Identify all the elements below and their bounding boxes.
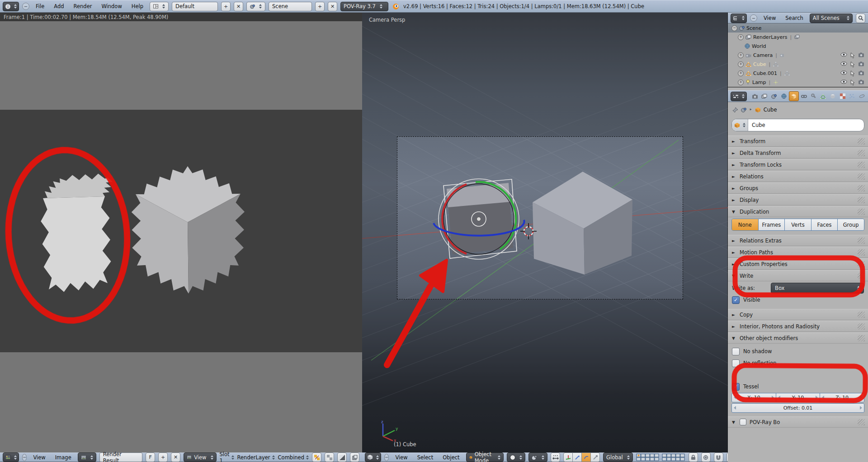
collapse-icon[interactable]: − — [731, 25, 737, 31]
outliner-item-scene[interactable]: − Scene — [728, 23, 868, 33]
viewport-shading-select[interactable] — [507, 453, 525, 462]
add-scene-button[interactable]: + — [315, 2, 325, 11]
panel-povray-bool[interactable]: ▼ POV-Ray Bo — [728, 416, 868, 428]
renderability-camera-icon[interactable] — [858, 79, 864, 84]
expand-icon[interactable]: + — [738, 79, 744, 85]
panel-copy[interactable]: ►Copy — [728, 309, 868, 320]
editor-type-button-3d-view[interactable] — [365, 453, 381, 462]
editor-type-button-image[interactable] — [3, 453, 19, 462]
collapse-menus-button[interactable]: − — [750, 14, 757, 22]
duplication-none-button[interactable]: None — [732, 219, 758, 230]
screen-layout-icon-button[interactable] — [150, 2, 169, 11]
duplication-frames-button[interactable]: Frames — [758, 219, 785, 230]
editor-type-button-outliner[interactable] — [731, 14, 747, 23]
fake-user-button[interactable]: F — [146, 453, 155, 462]
menu-object[interactable]: Object — [439, 454, 462, 461]
pin-icon[interactable] — [732, 107, 738, 113]
tessel-checkbox[interactable]: ✓ — [732, 383, 740, 391]
panel-write[interactable]: ▼Write — [728, 270, 868, 281]
render-layer-select[interactable]: RenderLayer — [237, 454, 275, 461]
menu-window[interactable]: Window — [98, 3, 125, 9]
lock-to-scene-button[interactable] — [689, 453, 698, 462]
menu-render[interactable]: Render — [71, 3, 95, 9]
editor-type-button-properties[interactable] — [731, 92, 747, 101]
selectability-cursor-icon[interactable] — [850, 79, 855, 85]
object-name-field[interactable]: Cube — [731, 119, 864, 131]
panel-display[interactable]: ►Display — [728, 194, 868, 205]
tab-object[interactable] — [789, 91, 798, 101]
panel-relations-extras[interactable]: ►Relations Extras — [728, 235, 868, 246]
tab-particles[interactable] — [848, 92, 856, 101]
expand-icon[interactable]: + — [738, 61, 744, 67]
no-shadow-checkbox[interactable] — [732, 348, 740, 355]
outliner-item-lamp[interactable]: + Lamp| — [728, 78, 868, 87]
menu-view[interactable]: View — [392, 454, 410, 461]
editor-type-button-info[interactable]: i — [3, 2, 19, 11]
panel-groups[interactable]: ►Groups — [728, 182, 868, 194]
cube-icon[interactable] — [755, 107, 761, 113]
tab-object-data[interactable] — [819, 92, 827, 101]
outliner-item-renderlayers[interactable]: + RenderLayers| — [728, 33, 868, 42]
scale-manipulator-button[interactable] — [591, 453, 600, 462]
outliner-item-cube[interactable]: + Cube| — [728, 60, 868, 69]
panel-motion-paths[interactable]: ►Motion Paths — [728, 247, 868, 258]
expand-icon[interactable]: + — [738, 52, 744, 58]
draw-channels-color-alpha-button[interactable] — [312, 453, 321, 462]
image-view-mode-select[interactable]: View — [184, 453, 216, 462]
rotate-manipulator-button[interactable] — [582, 453, 591, 462]
screen-layout-field[interactable]: Default — [172, 2, 218, 11]
panel-transform-locks[interactable]: ►Transform Locks — [728, 159, 868, 170]
tessel-z-field[interactable]: Z: 10 — [820, 393, 864, 402]
panel-interior-photons-radiosity[interactable]: ►Interior, Photons and Radiosity — [728, 321, 868, 332]
image-datablock-icon[interactable] — [78, 453, 96, 462]
delete-layout-button[interactable]: ✕ — [234, 2, 243, 11]
visibility-eye-icon[interactable] — [840, 79, 847, 84]
tab-scene[interactable] — [770, 92, 778, 101]
visible-checkbox[interactable]: ✓ — [732, 296, 740, 304]
copy-image-button[interactable] — [350, 453, 359, 462]
expand-icon[interactable]: + — [738, 70, 744, 76]
visibility-eye-icon[interactable] — [840, 61, 847, 66]
collapse-menus-button[interactable]: − — [22, 3, 29, 10]
panel-relations[interactable]: ►Relations — [728, 171, 868, 182]
renderability-camera-icon[interactable] — [858, 52, 864, 57]
delete-scene-button[interactable]: ✕ — [328, 2, 337, 11]
tessel-offset-field[interactable]: Offset: 0.01 — [732, 404, 864, 412]
selectability-cursor-icon[interactable] — [850, 52, 855, 58]
visibility-eye-icon[interactable] — [840, 52, 847, 57]
collapse-menus-button[interactable]: − — [384, 454, 389, 461]
no-reflection-checkbox[interactable] — [732, 359, 740, 367]
renderability-camera-icon[interactable] — [858, 61, 864, 66]
selectability-cursor-icon[interactable] — [850, 61, 855, 67]
visibility-eye-icon[interactable] — [840, 70, 847, 75]
duplication-verts-button[interactable]: Verts — [784, 219, 811, 230]
manipulator-toggle-button[interactable] — [563, 453, 573, 462]
collapse-menus-button[interactable]: − — [22, 454, 27, 461]
menu-file[interactable]: File — [33, 3, 47, 9]
outliner-item-camera[interactable]: + Camera| — [728, 51, 868, 60]
search-button[interactable] — [856, 14, 865, 23]
image-name-field[interactable]: Render Result — [99, 453, 142, 462]
menu-view[interactable]: View — [30, 454, 48, 461]
panel-transform[interactable]: ►Transform — [728, 135, 868, 147]
panel-duplication[interactable]: ▼Duplication — [728, 206, 868, 217]
new-image-button[interactable]: + — [158, 453, 168, 462]
menu-help[interactable]: Help — [128, 3, 146, 9]
snap-magnet-button[interactable] — [714, 453, 723, 462]
scene-icon[interactable] — [741, 107, 746, 112]
tab-render[interactable] — [750, 92, 759, 101]
outliner-item-cube-001[interactable]: + Cube.001| — [728, 69, 868, 78]
tab-physics[interactable] — [858, 92, 866, 101]
tab-world[interactable] — [779, 92, 788, 101]
unlink-image-button[interactable]: ✕ — [171, 453, 180, 462]
panel-delta-transform[interactable]: ►Delta Transform — [728, 147, 868, 159]
expand-icon[interactable]: + — [738, 34, 744, 40]
scene-field[interactable]: Scene — [269, 2, 312, 11]
outliner-item-world[interactable]: World — [728, 42, 868, 51]
write-as-select[interactable]: Box — [771, 283, 864, 294]
tessel-x-field[interactable]: X: 10 — [732, 393, 776, 402]
render-border-button[interactable] — [701, 453, 711, 462]
snap-button[interactable] — [551, 453, 560, 462]
scene-icon-button[interactable] — [246, 2, 265, 11]
layers-widget[interactable] — [636, 453, 685, 462]
